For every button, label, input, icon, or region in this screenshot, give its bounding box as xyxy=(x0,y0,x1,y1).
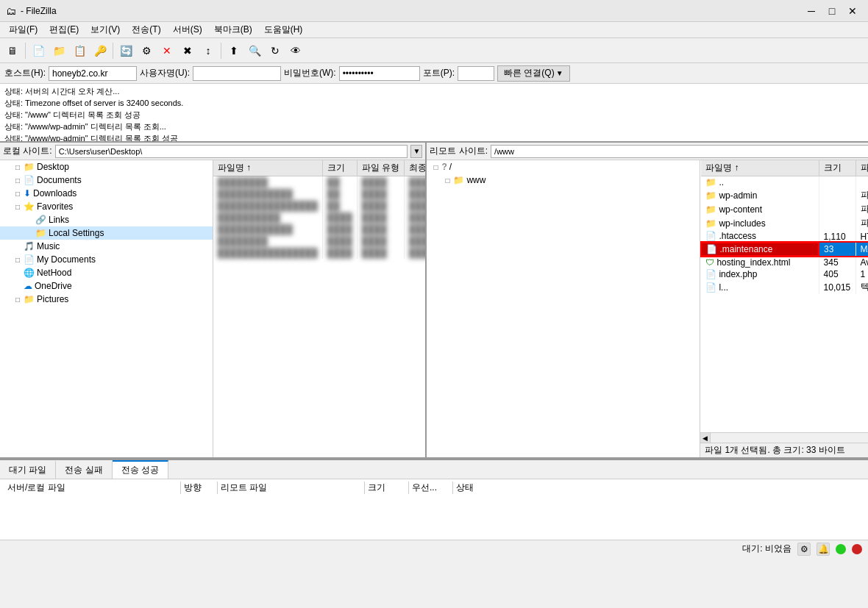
file-size: ████ xyxy=(322,247,357,259)
remote-file-area: 파일명 ↑ 크기 파일 유형 최종 수정 권한 소유자/그룹 xyxy=(700,160,868,457)
local-path-input[interactable] xyxy=(55,145,408,158)
file-size: ████ xyxy=(322,223,357,235)
port-input[interactable] xyxy=(458,66,494,81)
file-type: ████ xyxy=(357,223,404,235)
pass-input[interactable] xyxy=(339,66,420,81)
tree-item-desktop[interactable]: □ 📁 Desktop xyxy=(0,160,213,174)
table-row[interactable]: ████████ ████ ████ ██████████ xyxy=(213,235,426,247)
table-row[interactable]: ████████ ██ ████ ██████████ xyxy=(213,176,426,189)
file-name: 📄 .maintenance xyxy=(701,243,819,256)
toolbar-btn3[interactable]: 📋 xyxy=(70,41,89,60)
expand-icon[interactable]: □ xyxy=(12,176,24,185)
menu-view[interactable]: 보기(V) xyxy=(85,22,126,37)
local-path-dropdown[interactable]: ▼ xyxy=(410,145,422,158)
tree-label: Downloads xyxy=(33,188,77,199)
col-size[interactable]: 크기 xyxy=(322,160,357,176)
remote-path-input[interactable] xyxy=(491,145,868,158)
tree-item-www[interactable]: □ 📁 www xyxy=(427,174,700,187)
table-row[interactable]: ████████████ ████ ████ ██████████ xyxy=(213,223,426,235)
tree-item-links[interactable]: 🔗 Links xyxy=(0,213,213,226)
table-row[interactable]: 📄 index.php 405 1 File View... 2020-02-0… xyxy=(701,268,868,280)
settings-icon[interactable]: ⚙ xyxy=(797,543,811,556)
menu-transfer[interactable]: 전송(T) xyxy=(126,22,166,37)
table-row[interactable]: ████████████████ ████ ████ ██████████ xyxy=(213,247,426,259)
toolbar-btn1[interactable]: 📄 xyxy=(29,41,48,60)
toolbar-btn8[interactable]: 👁 xyxy=(286,41,305,60)
queue-tab-success[interactable]: 전송 성공 xyxy=(113,460,168,479)
menu-server[interactable]: 서버(S) xyxy=(167,22,208,37)
tree-item-onedrive[interactable]: ☁ OneDrive xyxy=(0,279,213,293)
tree-item-downloads[interactable]: □ ⬇ Downloads xyxy=(0,187,213,200)
file-size: ████ xyxy=(322,212,357,223)
col-type[interactable]: 파일 유형 xyxy=(855,160,868,176)
toolbar-sep1 xyxy=(25,43,26,59)
tree-item-root[interactable]: □ ? / xyxy=(427,160,700,174)
table-row-selected[interactable]: 📄 .maintenance 33 MAINTEN.... 2024-05-29… xyxy=(701,243,868,256)
toolbar-cancel[interactable]: ✕ xyxy=(157,41,177,60)
close-button[interactable]: ✕ xyxy=(843,4,862,18)
table-row[interactable]: 📄 l... 10,015 텍스트 문서... 2024-01-26 ... l… xyxy=(701,280,868,294)
tree-item-mydocuments[interactable]: □ 📄 My Documents xyxy=(0,253,213,266)
table-row[interactable]: ████████████ ██ ████ ██████████ xyxy=(213,188,426,200)
col-filename[interactable]: 파일명 ↑ xyxy=(701,160,819,176)
expand-icon[interactable]: □ xyxy=(12,256,24,264)
maximize-button[interactable]: □ xyxy=(822,4,842,18)
toolbar-upload[interactable]: ⬆ xyxy=(224,41,243,60)
file-type: ████ xyxy=(357,176,404,189)
expand-icon[interactable]: □ xyxy=(12,163,24,171)
col-type[interactable]: 파일 유형 xyxy=(357,160,404,176)
queue-tab-waiting[interactable]: 대기 파일 xyxy=(0,460,56,479)
tree-item-documents[interactable]: □ 📄 Documents xyxy=(0,174,213,187)
tree-item-favorites[interactable]: □ ⭐ Favorites xyxy=(0,200,213,213)
host-input[interactable] xyxy=(49,66,137,81)
expand-icon[interactable]: □ xyxy=(430,163,441,171)
file-name: 📄 .htaccess xyxy=(701,230,819,243)
toolbar-btn4[interactable]: 🔑 xyxy=(90,41,110,60)
tree-item-music[interactable]: 🎵 Music xyxy=(0,240,213,253)
toolbar-disconnect[interactable]: ✖ xyxy=(178,41,197,60)
expand-icon[interactable]: □ xyxy=(12,203,24,211)
toolbar-refresh[interactable]: 🔄 xyxy=(116,41,135,60)
tree-item-local-settings[interactable]: 📁 Local Settings xyxy=(0,226,213,240)
connection-bar: 호스트(H): 사용자명(U): 비밀번호(W): 포트(P): 빠른 연결(Q… xyxy=(0,63,868,84)
table-row[interactable]: 🛡 hosting_index.html 345 Avast HTM... 20… xyxy=(701,256,868,268)
remote-tree[interactable]: □ ? / □ 📁 www xyxy=(427,160,700,457)
col-filename[interactable]: 파일명 ↑ xyxy=(213,160,323,176)
notification-icon[interactable]: 🔔 xyxy=(817,543,830,556)
table-row[interactable]: ████████████████ ██ ████ ██████████ xyxy=(213,200,426,212)
expand-icon[interactable]: □ xyxy=(12,296,24,304)
expand-icon[interactable]: □ xyxy=(441,176,453,185)
tree-item-pictures[interactable]: □ 📁 Pictures xyxy=(0,293,213,306)
table-row[interactable]: 📁 wp-admin 파일 폴더 2024-05-08 ... drwxr-xr… xyxy=(701,188,868,202)
toolbar-search[interactable]: 🔍 xyxy=(245,41,264,60)
table-row[interactable]: 📁 wp-content 파일 폴더 2024-05-29 ... drwxr-… xyxy=(701,202,868,216)
menu-file[interactable]: 파일(F) xyxy=(3,22,43,37)
toolbar-btn5[interactable]: ⚙ xyxy=(137,41,156,60)
minimize-button[interactable]: ─ xyxy=(802,4,821,18)
table-row[interactable]: 📄 .htaccess 1,110 HTACCESS.... 2024-05-2… xyxy=(701,230,868,243)
col-modified[interactable]: 최종 수정 xyxy=(405,160,426,176)
user-input[interactable] xyxy=(193,66,281,81)
menu-edit[interactable]: 편집(E) xyxy=(43,22,85,37)
toolbar-btn2[interactable]: 📁 xyxy=(49,41,68,60)
queue-tab-failed[interactable]: 전송 실패 xyxy=(56,460,112,479)
toolbar-btn7[interactable]: ↻ xyxy=(266,41,285,60)
table-row[interactable]: 📁 .. xyxy=(701,176,868,189)
menu-help[interactable]: 도움말(H) xyxy=(258,22,309,37)
col-size[interactable]: 크기 xyxy=(819,160,855,176)
table-row[interactable]: ██████████ ████ ████ ██████████ xyxy=(213,212,426,223)
quickconnect-dropdown-icon[interactable]: ▼ xyxy=(556,69,563,77)
local-tree[interactable]: □ 📁 Desktop □ 📄 Documents □ ⬇ Downloads xyxy=(0,160,213,457)
table-row[interactable]: 📁 wp-includes 파일 폴더 2024-05-13 ... drwxr… xyxy=(701,216,868,230)
remote-hscroll[interactable]: ◀ ▶ xyxy=(700,432,868,443)
quick-connect-button[interactable]: 빠른 연결(Q) ▼ xyxy=(497,65,570,82)
menu-bookmark[interactable]: 북마크(B) xyxy=(208,22,258,37)
remote-file-list[interactable]: 파일명 ↑ 크기 파일 유형 최종 수정 권한 소유자/그룹 xyxy=(700,160,868,432)
expand-icon[interactable]: □ xyxy=(12,190,24,198)
toolbar-openmanager[interactable]: 🖥 xyxy=(3,41,22,60)
toolbar-btn6[interactable]: ↕ xyxy=(199,41,218,60)
file-type: ████ xyxy=(357,212,404,223)
queue-col-dir: 방향 xyxy=(181,482,218,494)
tree-item-nethood[interactable]: 🌐 NetHood xyxy=(0,266,213,279)
local-file-list[interactable]: 파일명 ↑ 크기 파일 유형 최종 수정 ████████ ██ ████ ██… xyxy=(213,160,426,457)
